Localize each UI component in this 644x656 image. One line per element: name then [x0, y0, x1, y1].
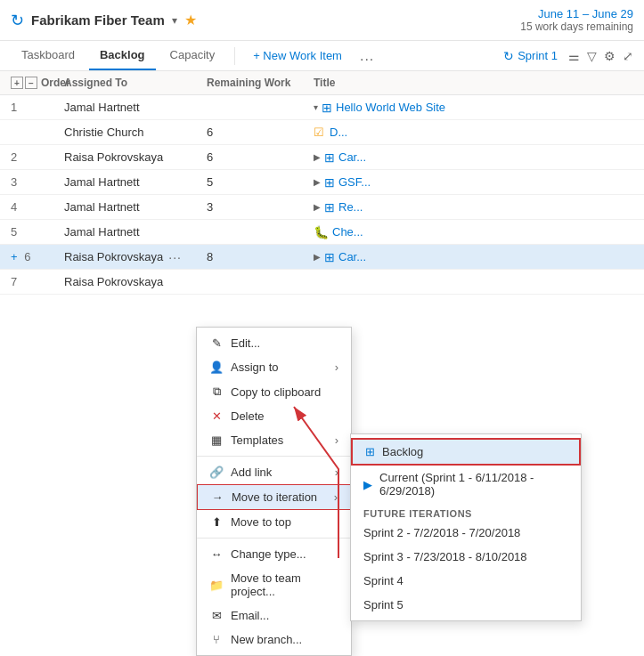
- cell-title: 🐛 Che...: [314, 225, 633, 239]
- table-row: 1 Jamal Hartnett ▾ ⊞ Hello World Web Sit…: [0, 95, 644, 120]
- cell-remaining: 5: [207, 175, 314, 189]
- ctx-newbranch[interactable]: ⑂ New branch...: [197, 628, 351, 652]
- col-title: Title: [314, 77, 633, 89]
- ctx-moveproject-label: Move to team project...: [231, 571, 338, 598]
- work-item-icon: ⊞: [324, 150, 335, 165]
- add-row-icon[interactable]: +: [11, 77, 23, 89]
- ctx-delete[interactable]: ✕ Delete: [197, 404, 351, 428]
- filter-icon[interactable]: ▽: [587, 49, 597, 63]
- work-days-remaining: 15 work days remaining: [520, 20, 633, 33]
- table-row: 3 Jamal Hartnett 5 ▶ ⊞ GSF...: [0, 170, 644, 195]
- ctx-templates[interactable]: ▦ Templates ›: [197, 428, 351, 452]
- submenu-item-current[interactable]: ▶ Current (Sprint 1 - 6/11/2018 - 6/29/2…: [351, 466, 581, 503]
- cell-assigned: Jamal Hartnett: [64, 175, 207, 189]
- submenu-item-sprint2[interactable]: Sprint 2 - 7/2/2018 - 7/20/2018: [351, 521, 581, 545]
- future-iterations-header: FUTURE ITERATIONS: [351, 503, 581, 521]
- ctx-divider-2: [197, 538, 351, 539]
- submenu-sprint3-label: Sprint 3 - 7/23/2018 - 8/10/2018: [363, 550, 527, 563]
- chevron-down-icon[interactable]: ▾: [172, 14, 177, 27]
- tab-capacity[interactable]: Capacity: [159, 41, 226, 70]
- remove-row-icon[interactable]: −: [25, 77, 37, 89]
- table-row: 4 Jamal Hartnett 3 ▶ ⊞ Re...: [0, 195, 644, 220]
- tab-backlog[interactable]: Backlog: [89, 41, 156, 70]
- add-child-plus[interactable]: +: [11, 250, 18, 263]
- work-item-icon: ⊞: [324, 175, 335, 190]
- cell-order: 4: [11, 200, 64, 214]
- submenu-move-iteration: ⊞ Backlog ▶ Current (Sprint 1 - 6/11/201…: [350, 433, 582, 621]
- sprint-icon: ↻: [503, 49, 514, 63]
- submenu-item-backlog[interactable]: ⊞ Backlog: [351, 438, 581, 466]
- work-item-icon: ⊞: [322, 101, 332, 115]
- ctx-delete-label: Delete: [231, 409, 265, 423]
- copy-icon: ⧉: [209, 385, 224, 399]
- title-text: Hello World Web Site: [336, 101, 445, 114]
- ctx-movetop[interactable]: ⬆ Move to top: [197, 510, 351, 534]
- col-remaining-work: Remaining Work: [207, 77, 314, 89]
- cell-title: ▶ ⊞ Re...: [314, 200, 633, 215]
- expand-arrow-icon[interactable]: ▶: [314, 177, 321, 187]
- cell-assigned: Raisa Pokrovskaya: [64, 275, 207, 288]
- new-work-item-button[interactable]: + New Work Item: [244, 44, 351, 68]
- backlog-grid-icon: ⊞: [365, 445, 375, 458]
- ctx-addlink[interactable]: 🔗 Add link ›: [197, 460, 351, 484]
- expand-icon[interactable]: ⤢: [623, 49, 633, 63]
- email-icon: ✉: [209, 609, 224, 622]
- cell-title: ▶ ⊞ GSF...: [314, 175, 633, 190]
- cell-assigned: Jamal Hartnett: [64, 200, 207, 214]
- arrow-right-icon: ›: [335, 433, 338, 447]
- sprint-selector[interactable]: ↻ Sprint 1: [503, 49, 558, 63]
- templates-icon: ▦: [209, 433, 224, 447]
- cell-order: 3: [11, 175, 64, 189]
- more-options-button[interactable]: ...: [355, 43, 379, 69]
- ctx-email[interactable]: ✉ Email...: [197, 603, 351, 628]
- bug-icon: 🐛: [314, 225, 329, 239]
- team-name[interactable]: Fabrikam Fiber Team: [31, 12, 165, 28]
- cell-order: 2: [11, 150, 64, 164]
- submenu-item-sprint5[interactable]: Sprint 5: [351, 593, 581, 617]
- ctx-edit[interactable]: ✎ Edit...: [197, 331, 351, 355]
- ctx-newbranch-label: New branch...: [231, 633, 302, 646]
- cell-assigned: Jamal Hartnett: [64, 225, 207, 239]
- ctx-assign[interactable]: 👤 Assign to ›: [197, 355, 351, 379]
- submenu-item-sprint3[interactable]: Sprint 3 - 7/23/2018 - 8/10/2018: [351, 545, 581, 569]
- favorite-star-icon[interactable]: ★: [184, 12, 197, 28]
- ctx-move-iteration[interactable]: → Move to iteration ›: [197, 484, 351, 510]
- ctx-changetype-label: Change type...: [231, 547, 306, 561]
- title-text: Che...: [332, 225, 363, 239]
- moveproject-icon: 📁: [209, 579, 224, 592]
- cell-title: ☑ D...: [314, 126, 633, 139]
- row-more-button[interactable]: ···: [168, 250, 182, 264]
- expand-arrow-icon[interactable]: ▾: [314, 102, 318, 112]
- arrow-right-icon: ›: [335, 360, 338, 374]
- ctx-move-iteration-label: Move to iteration: [232, 490, 317, 504]
- cell-remaining: 6: [207, 150, 314, 164]
- submenu-item-sprint4[interactable]: Sprint 4: [351, 569, 581, 593]
- ctx-email-label: Email...: [231, 609, 269, 622]
- toolbar-icons: ⚌ ▽ ⚙ ⤢: [568, 49, 633, 63]
- ctx-moveproject[interactable]: 📁 Move to team project...: [197, 566, 351, 603]
- settings-lines-icon[interactable]: ⚌: [568, 49, 580, 63]
- cell-assigned: Raisa Pokrovskaya ···: [64, 250, 207, 264]
- expand-arrow-icon[interactable]: ▶: [314, 252, 321, 262]
- submenu-sprint4-label: Sprint 4: [363, 574, 404, 587]
- work-item-icon: ⊞: [324, 250, 335, 264]
- tab-taskboard[interactable]: Taskboard: [11, 41, 86, 70]
- cell-title: ▶ ⊞ Car...: [314, 150, 633, 165]
- col-order: + − Order: [11, 77, 64, 89]
- header: ↻ Fabrikam Fiber Team ▾ ★ June 11 – June…: [0, 0, 644, 41]
- delete-icon: ✕: [209, 409, 224, 423]
- ctx-copy[interactable]: ⧉ Copy to clipboard: [197, 379, 351, 404]
- expand-arrow-icon[interactable]: ▶: [314, 152, 321, 162]
- header-left: ↻ Fabrikam Fiber Team ▾ ★: [11, 11, 197, 30]
- cell-order: 1: [11, 101, 64, 114]
- link-icon: 🔗: [209, 466, 224, 479]
- expand-arrow-icon[interactable]: ▶: [314, 202, 321, 212]
- title-text: Car...: [338, 250, 366, 263]
- ctx-changetype[interactable]: ↔ Change type...: [197, 542, 351, 566]
- title-text: Re...: [338, 200, 363, 214]
- submenu-sprint2-label: Sprint 2 - 7/2/2018 - 7/20/2018: [363, 526, 520, 539]
- cell-remaining: 6: [207, 126, 314, 139]
- cell-assigned: Raisa Pokrovskaya: [64, 150, 207, 164]
- gear-icon[interactable]: ⚙: [604, 49, 615, 63]
- ctx-movetop-label: Move to top: [231, 515, 291, 529]
